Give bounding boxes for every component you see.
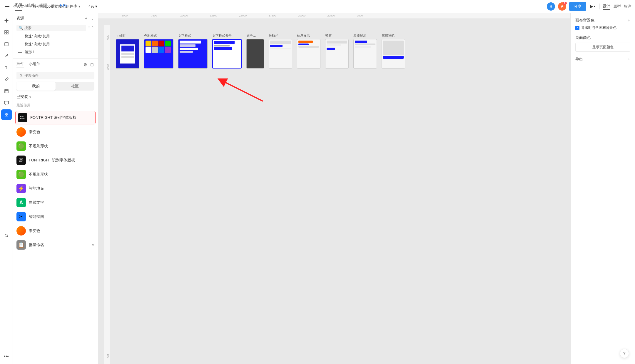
export-add-icon[interactable]: +	[628, 56, 630, 62]
plugin-item-batch-rename[interactable]: 📋 批量命名 ∨	[13, 238, 98, 252]
svg-rect-0	[5, 31, 6, 32]
frame-text-backup[interactable]: 文字样式备份	[212, 34, 242, 69]
tab-layers[interactable]: 图层	[15, 2, 22, 11]
frame-modal[interactable]: 弹窗	[325, 34, 349, 69]
frame-navbar[interactable]: 导航栏	[269, 34, 292, 69]
mark-tab[interactable]: 标注	[624, 3, 631, 10]
plugin-name-gradient-2: 渐变色	[29, 228, 40, 233]
frame-info[interactable]: 信息展示	[297, 34, 320, 69]
plugin-icon-curve-text: A	[16, 198, 26, 207]
layer-item[interactable]: T 快速/ 高效/ 复用	[16, 32, 94, 40]
search-input[interactable]	[24, 26, 84, 30]
plugin-icon-batch-rename: 📋	[16, 240, 26, 250]
frame-tool-icon[interactable]	[1, 27, 12, 38]
plugin-search	[13, 71, 98, 82]
plugin-name-fontright-installed: FONTRIGHT 识别字体版权	[29, 158, 75, 163]
plugin-settings-icon[interactable]: ⚙	[83, 62, 88, 68]
plugin-tool-icon[interactable]	[1, 109, 12, 120]
canvas-bg-section: 画布背景色 + ✓ 导出时包含画布背景色	[575, 18, 630, 30]
plugin-item-irregular-recent[interactable]: 🟢 不规则形状	[13, 139, 98, 153]
plugin-item-irregular-installed[interactable]: 🟢 不规则形状	[13, 167, 98, 181]
frame-container[interactable]: 容器展示	[353, 34, 377, 69]
share-button[interactable]: 分享	[569, 2, 586, 11]
add-resource-button[interactable]: +	[84, 15, 88, 21]
layer-list: T 快速/ 高效/ 复用 T 快速/ 高效/ 复用 — 矩形 1	[13, 32, 98, 56]
layer-item[interactable]: T 快速/ 高效/ 复用	[16, 40, 94, 48]
plugin-item-smart-map[interactable]: ✂ 智能抠图	[13, 210, 98, 224]
frame-text-style[interactable]: 文字样式	[178, 34, 208, 69]
export-title: 导出	[575, 56, 583, 62]
tab-community[interactable]: 社区	[56, 82, 95, 91]
frame-color-style[interactable]: 色彩样式	[144, 34, 173, 69]
comment-tool-icon[interactable]	[1, 98, 12, 108]
plugin-item-fontright-recent[interactable]: FONTRIGHT FONTRIGHT 识别字体版权	[15, 111, 96, 124]
text-tool-icon[interactable]: T	[1, 62, 12, 73]
pencil-tool-icon[interactable]	[1, 74, 12, 85]
plugin-grid-icon[interactable]: ⊞	[90, 62, 94, 68]
svg-text:FONT: FONT	[19, 158, 23, 160]
layer-name: 快速/ 高效/ 复用	[25, 34, 50, 39]
shape-tool-icon[interactable]	[1, 39, 12, 49]
play-button[interactable]: ▶ ▾	[589, 3, 596, 10]
frame-box-info	[297, 39, 320, 69]
plugin-item-gradient-2[interactable]: 渐变色	[13, 224, 98, 238]
canvas-bg-add-icon[interactable]: +	[628, 18, 630, 23]
plugin-item-fontright-installed[interactable]: FONTRIGHT FONTRIGHT 识别字体版权	[13, 153, 98, 167]
main-layout: T ••• 资源 + ⌃	[0, 13, 635, 364]
search-tool-icon[interactable]	[1, 230, 12, 241]
plugin-item-gradient-recent[interactable]: 渐变色	[13, 125, 98, 139]
installed-header[interactable]: 已安装 ∨	[13, 93, 98, 102]
ruler-tick: 12500	[210, 14, 217, 17]
prototype-tab[interactable]: 原型	[613, 3, 621, 10]
page-color-button[interactable]: 显示页面颜色	[575, 43, 630, 52]
layer-item[interactable]: — 矩形 1	[16, 48, 94, 56]
tab-resources[interactable]: 资源	[39, 3, 47, 10]
frame-box-text-backup	[212, 39, 242, 69]
checkmark-icon: ✓	[576, 26, 579, 29]
zoom-control[interactable]: 4% ▾	[88, 4, 97, 9]
page-color-header: 页面颜色	[575, 35, 630, 40]
text-layer-icon: T	[18, 42, 22, 46]
resources-section: 资源 + ⌃ 🔍 ⌃⌃ T 快速/ 高效/ 复用	[13, 13, 98, 59]
tab-plugin[interactable]: 插件	[16, 61, 24, 68]
topbar-left: 个人文件 / 移动端app视觉规范组件库 ▾ 4% ▾	[4, 4, 544, 9]
plugin-name-smart-map: 智能抠图	[29, 214, 44, 219]
pen-tool-icon[interactable]	[1, 51, 12, 61]
canvas-bg-title: 画布背景色	[575, 18, 594, 23]
collapse-button[interactable]: ⌃	[90, 15, 94, 21]
tab-my[interactable]: 我的	[16, 82, 56, 91]
tab-ai[interactable]: AI	[52, 3, 55, 10]
search-icon: 🔍	[19, 26, 23, 30]
more-tools-icon[interactable]: •••	[1, 351, 12, 362]
hamburger-menu[interactable]	[4, 4, 11, 9]
crop-tool-icon[interactable]	[1, 86, 12, 96]
frame-label-bottom-nav: 底部导航	[382, 34, 395, 38]
export-section: 导出 +	[575, 56, 630, 62]
installed-label: 已安装	[16, 94, 28, 99]
frame-bottom-nav[interactable]: 底部导航	[382, 34, 405, 69]
text-layer-icon: T	[18, 34, 22, 39]
svg-text:RIGHT: RIGHT	[19, 160, 24, 162]
frame-label-info: 信息展示	[297, 34, 310, 38]
help-button[interactable]: ?	[620, 349, 629, 358]
design-tab[interactable]: 设计	[603, 3, 610, 10]
rect-layer-icon: —	[18, 50, 22, 54]
tab-components[interactable]: 组件	[27, 3, 35, 10]
svg-rect-6	[5, 89, 8, 93]
vertical-ruler: -7500 -5000 -100	[104, 25, 110, 364]
export-checkbox[interactable]: ✓	[575, 26, 579, 30]
frame-box-navbar	[269, 39, 292, 69]
plugin-search-input[interactable]	[24, 74, 91, 78]
frame-box-cover	[116, 39, 139, 69]
filter-icon[interactable]: ⌃⌃	[87, 26, 94, 30]
ruler-tick: 5000	[122, 14, 128, 17]
move-tool-icon[interactable]	[1, 15, 12, 26]
avatar-h: H	[547, 2, 555, 11]
frame-atom[interactable]: 原子…	[246, 34, 264, 69]
tab-new[interactable]: New	[60, 3, 67, 10]
frame-cover[interactable]: □ 封面	[116, 34, 139, 69]
plugin-item-curve-text[interactable]: A 曲线文字	[13, 196, 98, 210]
plugin-item-smart-fill[interactable]: ⚡ 智能填充	[13, 181, 98, 196]
svg-rect-4	[5, 42, 8, 46]
tab-widget[interactable]: 小组件	[29, 61, 40, 68]
